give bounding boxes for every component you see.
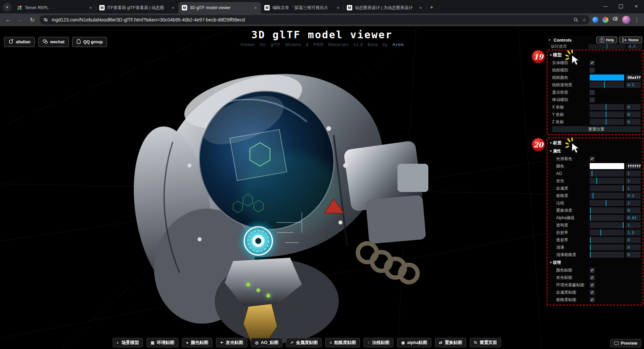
slider-track[interactable] [590,215,624,221]
slider-marker[interactable] [590,244,591,250]
checkbox[interactable]: ✔ [590,290,595,295]
badge-qq-group[interactable]: QQ group [72,37,107,47]
color-hex-value[interactable]: 00a4ff [626,74,641,81]
slider-value[interactable]: 1 [626,200,641,206]
slider-value[interactable]: 0 [626,119,641,125]
slider-value[interactable]: 0 [626,104,641,110]
browser-tab[interactable]: M编辑文章 「探索三维可视化大✕ [261,2,343,13]
slider-marker[interactable] [590,252,591,258]
slider-track[interactable] [590,111,624,117]
slider-marker[interactable] [593,193,593,199]
extensions-puzzle-icon[interactable] [612,16,618,23]
forward-button[interactable]: → [15,15,25,24]
reload-button[interactable]: ↻ [28,15,37,24]
roughness-map-button[interactable]: ≡粗糙度贴图 [325,338,360,347]
scene-model-button[interactable]: ◐场景模型 [113,338,143,347]
slider-value[interactable]: 1 [626,170,641,177]
slider-track[interactable] [590,178,624,184]
slider-track[interactable] [590,230,624,236]
checkbox[interactable]: ✔ [590,156,595,161]
slider-marker[interactable] [600,230,601,236]
slider-track[interactable] [590,200,624,206]
new-tab-button[interactable]: + [427,3,436,12]
badge-afadian[interactable]: afadian [4,37,35,47]
browser-tab[interactable]: Terser REPL✕ [13,2,96,13]
back-button[interactable]: ← [3,15,13,24]
slider-value[interactable]: 0 [626,237,641,243]
browser-tab[interactable]: MlTF查看器 glTF查看器 | 动态图✕ [96,2,178,13]
slider-track[interactable] [590,252,624,258]
tab-close-icon[interactable]: ✕ [253,5,258,10]
tab-close-icon[interactable]: ✕ [170,5,176,10]
color-map-button[interactable]: ●颜色贴图 [182,338,212,347]
slider-marker[interactable] [606,111,606,117]
extension-colorwheel-icon[interactable] [602,17,608,23]
slider-marker[interactable] [592,170,592,177]
slider-track[interactable] [590,185,624,191]
slider-track[interactable] [590,104,624,110]
controls-panel-header[interactable]: ▾ Controls ? Help Home [546,36,644,44]
environment-map-button[interactable]: ▣环境贴图 [147,338,178,347]
metalness-map-button[interactable]: ↗金属度贴图 [286,338,322,347]
profile-avatar[interactable] [622,16,630,24]
slider-track[interactable] [590,222,624,228]
slider-value[interactable]: 1 [626,222,641,228]
ao-map-button[interactable]: ◎AO_贴图 [251,338,282,347]
slider-value[interactable]: 1 [626,178,641,184]
displacement-map-button[interactable]: ⇄置换贴图 [435,338,466,347]
color-swatch[interactable] [590,74,624,81]
slider-marker[interactable] [606,200,606,206]
slider-value[interactable]: 0 [626,207,641,213]
color-hex-value[interactable]: ffffff [626,163,641,169]
slider-value[interactable]: 0.01 [626,215,641,221]
browser-tab[interactable]: M3D glTF model viewer✕ [178,2,261,13]
minimize-button[interactable]: — [598,0,613,13]
slider-marker[interactable] [606,119,606,125]
preview-button[interactable]: Preview [610,339,641,347]
section-header[interactable]: ▾模型 [547,51,643,59]
normal-map-button[interactable]: ↑法线贴图 [364,338,393,347]
browser-menu-icon[interactable]: ⋮ [634,17,639,23]
checkbox[interactable]: ✔ [590,283,595,288]
slider-track[interactable] [590,237,624,243]
reset-position-button[interactable]: 重置位置 [552,126,641,132]
slider-marker[interactable] [590,215,591,221]
slider-value[interactable]: 0.5 [626,82,641,88]
tab-close-icon[interactable]: ✕ [418,5,423,10]
slider-track[interactable] [590,82,624,88]
slider-value[interactable]: 0 [626,111,641,117]
address-bar[interactable]: mgd123.com/N1ebulaNoodl8e/3D-glTF.html?t… [40,15,590,24]
zoom-icon[interactable] [574,17,579,22]
slider-track[interactable] [590,170,624,177]
badge-wechat[interactable]: wechat [38,37,69,47]
slider-value[interactable]: 0 [626,252,641,258]
extension-blue-icon[interactable] [592,17,598,23]
subsection-header[interactable]: ▾属性 [547,147,643,155]
slider-marker[interactable] [590,237,591,243]
close-window-button[interactable]: ✕ [629,0,644,13]
checkbox[interactable]: ✔ [590,275,595,280]
slider-track[interactable] [590,207,624,213]
slider-marker[interactable] [590,207,591,213]
color-swatch[interactable] [590,163,624,169]
slider-track[interactable] [590,193,624,199]
slider-value[interactable]: 0 [626,244,641,250]
slider-marker[interactable] [623,185,624,191]
help-button[interactable]: ? Help [596,37,618,43]
checkbox[interactable]: ✔ [590,297,595,302]
tab-close-icon[interactable]: ✕ [88,5,93,10]
checkbox[interactable] [590,68,595,73]
slider-value[interactable]: 1.5 [626,230,641,236]
subsection-header[interactable]: ▾纹理 [547,258,643,266]
section-header[interactable]: ▾材质 [547,139,643,147]
slider-marker[interactable] [623,222,624,228]
slider-marker[interactable] [606,104,606,110]
slider-track[interactable] [588,44,626,49]
checkbox[interactable]: ✔ [590,268,595,273]
slider-marker[interactable] [596,178,597,184]
maximize-button[interactable] [613,0,629,13]
url-text[interactable]: mgd123.com/N1ebulaNoodl8e/3D-glTF.html?t… [52,17,570,22]
bookmark-star-icon[interactable]: ☆ [582,17,586,22]
site-settings-icon[interactable] [43,17,48,22]
slider-value[interactable]: 0.5 [627,44,642,49]
